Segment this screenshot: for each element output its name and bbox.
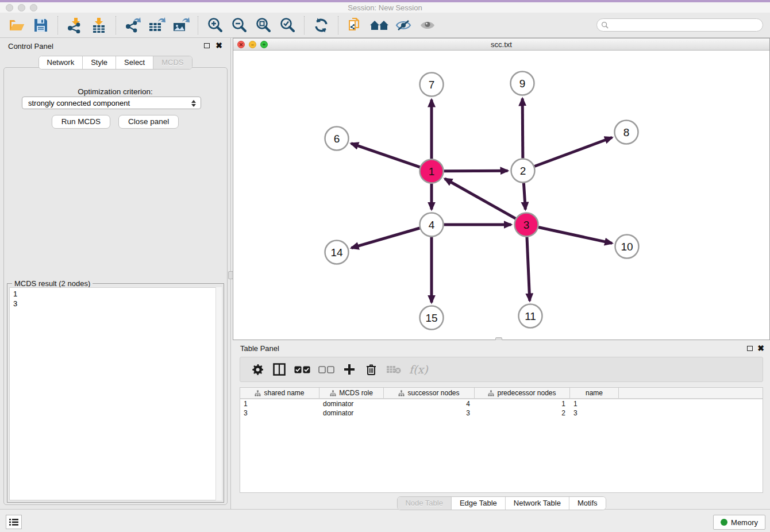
column-header-shared-name[interactable]: shared name <box>240 388 319 398</box>
export-table-button[interactable] <box>147 16 167 35</box>
show-all-button[interactable] <box>418 16 437 35</box>
edge-3-11[interactable] <box>527 237 530 300</box>
refresh-button[interactable] <box>311 16 331 35</box>
tab-network[interactable]: Network <box>38 56 83 69</box>
function-builder-button[interactable]: f(x) <box>409 362 428 377</box>
unchecked-checkboxes-icon <box>318 366 334 373</box>
export-network-button[interactable] <box>123 16 143 35</box>
edge-1-2[interactable] <box>444 171 507 171</box>
delete-table-button[interactable] <box>386 362 401 377</box>
edge-4-14[interactable] <box>351 228 419 248</box>
table-panel: Table Panel ✖ <box>233 340 770 509</box>
graph-node-label-9: 9 <box>519 78 526 90</box>
mcds-result-list[interactable]: 1 3 <box>9 287 222 500</box>
add-column-button[interactable] <box>342 362 356 377</box>
hide-selected-button[interactable] <box>394 16 413 35</box>
network-graph-canvas[interactable]: 1234678910111415 <box>234 51 769 340</box>
run-mcds-button[interactable]: Run MCDS <box>52 115 110 129</box>
result-scrollbar[interactable] <box>215 287 222 500</box>
titlebar[interactable]: Session: New Session <box>0 2 770 13</box>
float-table-panel-icon[interactable] <box>747 346 753 351</box>
table-cell[interactable]: 3 <box>240 408 319 418</box>
table-panel-header: Table Panel ✖ <box>233 340 770 355</box>
clone-network-icon <box>347 17 363 34</box>
close-table-panel-icon[interactable]: ✖ <box>757 345 764 351</box>
column-header-MCDS-role[interactable]: MCDS role <box>319 388 384 398</box>
zoom-fit-button[interactable] <box>253 16 273 35</box>
export-image-button[interactable] <box>171 16 191 35</box>
table-cell[interactable]: 3 <box>384 408 475 418</box>
task-history-button[interactable] <box>6 515 22 529</box>
table-settings-button[interactable] <box>251 362 264 377</box>
close-panel-icon[interactable]: ✖ <box>215 43 222 48</box>
edge-2-3[interactable] <box>523 183 525 209</box>
application-window: Session: New Session <box>0 0 770 532</box>
edge-3-10[interactable] <box>538 228 612 244</box>
table-cell[interactable]: 4 <box>384 399 475 408</box>
tab-motifs[interactable]: Motifs <box>569 497 606 510</box>
tab-network-table[interactable]: Network Table <box>506 497 569 510</box>
mcds-result-title: MCDS result (2 nodes) <box>12 279 93 288</box>
delete-table-icon <box>386 365 401 374</box>
column-header-predecessor-nodes[interactable]: predecessor nodes <box>475 388 570 398</box>
zoom-in-button[interactable] <box>205 16 225 35</box>
float-panel-icon[interactable] <box>204 43 210 48</box>
table-row[interactable]: 1dominator411 <box>240 399 763 408</box>
clone-network-button[interactable] <box>345 16 365 35</box>
column-header-label: successor nodes <box>407 389 459 397</box>
edge-3-1[interactable] <box>445 179 515 218</box>
table-cell[interactable]: 1 <box>570 399 619 408</box>
graph-node-label-7: 7 <box>429 79 435 91</box>
table-cell[interactable]: 3 <box>570 408 619 418</box>
table-row[interactable]: 3dominator323 <box>240 408 763 418</box>
network-view-window: ✕ − + scc.txt 1234678910111415 <box>233 38 770 340</box>
zoom-selected-button[interactable] <box>278 16 297 35</box>
column-header-name[interactable]: name <box>570 388 619 398</box>
open-file-button[interactable] <box>7 16 26 35</box>
search-input[interactable] <box>609 19 763 31</box>
toolbar-separator <box>338 16 338 34</box>
table-cell[interactable]: 1 <box>475 399 570 408</box>
toolbar-separator <box>198 16 198 34</box>
tab-node-table[interactable]: Node Table <box>397 497 452 510</box>
split-view-button[interactable] <box>272 362 286 377</box>
zoom-fit-icon <box>255 17 271 33</box>
memory-button[interactable]: Memory <box>713 515 765 530</box>
zoom-in-icon <box>207 17 223 33</box>
tab-select[interactable]: Select <box>116 56 153 69</box>
select-stepper-icon <box>191 99 197 108</box>
table-cell[interactable]: 2 <box>475 408 570 418</box>
table-cell[interactable]: 1 <box>240 399 319 408</box>
import-table-button[interactable] <box>89 16 109 35</box>
fx-icon: f(x) <box>409 363 428 376</box>
graph-node-label-11: 11 <box>525 310 536 322</box>
import-network-button[interactable] <box>65 16 84 35</box>
eye-icon <box>419 18 436 32</box>
window-title: Session: New Session <box>0 3 770 12</box>
close-panel-button[interactable]: Close panel <box>118 115 179 129</box>
edge-1-6[interactable] <box>351 144 420 167</box>
column-header-label: MCDS role <box>339 389 373 397</box>
column-type-icon <box>398 390 405 396</box>
deselect-all-columns-button[interactable] <box>318 362 334 377</box>
edge-2-9[interactable] <box>522 98 523 158</box>
export-table-icon <box>148 17 165 33</box>
checked-checkboxes-icon <box>294 366 310 373</box>
table-cell[interactable]: dominator <box>319 408 384 418</box>
tab-edge-table[interactable]: Edge Table <box>452 497 506 510</box>
save-session-button[interactable] <box>31 16 51 35</box>
select-all-columns-button[interactable] <box>294 362 310 377</box>
table-cell[interactable]: dominator <box>319 399 384 408</box>
edge-2-8[interactable] <box>534 137 612 166</box>
column-header-successor-nodes[interactable]: successor nodes <box>384 388 475 398</box>
network-window-titlebar[interactable]: ✕ − + scc.txt <box>233 38 769 51</box>
first-neighbors-button[interactable] <box>369 16 389 35</box>
criterion-select[interactable]: strongly connected component <box>22 97 201 109</box>
control-panel-tabs: NetworkStyleSelectMCDS <box>38 56 192 70</box>
zoom-out-button[interactable] <box>229 16 249 35</box>
memory-status-icon <box>721 519 727 526</box>
search-field[interactable] <box>596 18 763 32</box>
tab-style[interactable]: Style <box>83 56 116 69</box>
delete-column-button[interactable] <box>364 362 378 377</box>
tab-mcds[interactable]: MCDS <box>153 56 191 69</box>
